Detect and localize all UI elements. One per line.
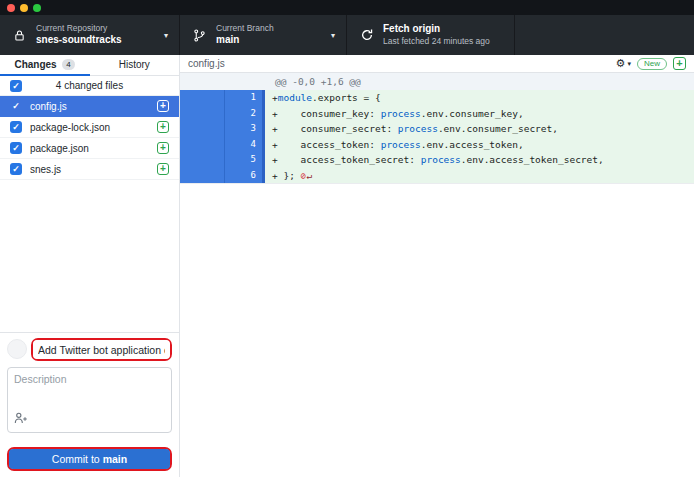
gear-icon: ⚙	[616, 58, 626, 69]
diff-gutter-new[interactable]: 4	[225, 137, 265, 153]
commit-to-main-button[interactable]: Commit to main	[9, 449, 170, 469]
diff-gutter-old[interactable]	[180, 121, 225, 137]
diff-code-text: + }; ⊘↵	[265, 168, 694, 184]
changes-count-badge: 4	[62, 59, 75, 70]
current-repository-value: snes-soundtracks	[36, 34, 122, 47]
sidebar-empty-space	[0, 180, 179, 332]
sidebar-tabs: Changes 4 History	[0, 55, 179, 76]
lock-icon	[12, 29, 27, 42]
diff-code-text: + consumer_secret: process.env.consumer_…	[265, 121, 694, 137]
content-area: Changes 4 History ✓ 4 changed files ✓con…	[0, 55, 694, 477]
file-checkbox[interactable]: ✓	[10, 121, 22, 133]
fetch-origin-sublabel: Last fetched 24 minutes ago	[383, 36, 490, 47]
commit-button-branch: main	[103, 453, 128, 465]
current-branch-label: Current Branch	[216, 23, 274, 34]
diff-line-1[interactable]: 1+module.exports = {	[180, 90, 694, 106]
close-window-button[interactable]	[7, 4, 15, 12]
file-row-snes.js[interactable]: ✓snes.js+	[0, 159, 179, 180]
file-row-package.json[interactable]: ✓package.json+	[0, 138, 179, 159]
file-name: package-lock.json	[30, 122, 149, 133]
file-list: ✓config.js+✓package-lock.json+✓package.j…	[0, 96, 179, 180]
diff-line-6[interactable]: 6+ }; ⊘↵	[180, 168, 694, 184]
new-file-badge: New	[637, 58, 667, 70]
tab-changes-label: Changes	[14, 59, 56, 70]
minimize-window-button[interactable]	[20, 4, 28, 12]
avatar	[7, 339, 27, 359]
select-all-row: ✓ 4 changed files	[0, 76, 179, 96]
tab-history-label: History	[119, 59, 150, 70]
file-name: config.js	[30, 101, 149, 112]
diff-gutter-old[interactable]	[180, 106, 225, 122]
diff-line-2[interactable]: 2+ consumer_key: process.env.consumer_ke…	[180, 106, 694, 122]
file-row-package-lock.json[interactable]: ✓package-lock.json+	[0, 117, 179, 138]
commit-description-input[interactable]	[8, 368, 171, 412]
commit-description-box	[7, 367, 172, 433]
diff-gutter-old[interactable]	[180, 137, 225, 153]
file-name: package.json	[30, 143, 149, 154]
fetch-origin-button[interactable]: Fetch origin Last fetched 24 minutes ago	[347, 15, 515, 55]
added-status-icon: +	[157, 163, 169, 175]
diff-line-4[interactable]: 4+ access_token: process.env.access_toke…	[180, 137, 694, 153]
diff-code-text: + access_token: process.env.access_token…	[265, 137, 694, 153]
diff-gutter-new[interactable]: 6	[225, 168, 265, 184]
tab-changes[interactable]: Changes 4	[0, 55, 90, 76]
toolbar-empty-space	[515, 15, 694, 55]
tab-history[interactable]: History	[90, 55, 180, 76]
chevron-down-icon: ▾	[627, 60, 631, 68]
file-checkbox[interactable]: ✓	[10, 163, 22, 175]
diff-code-text: + access_token_secret: process.env.acces…	[265, 152, 694, 168]
changed-files-count: 4 changed files	[0, 80, 179, 91]
diff-file-header: config.js ⚙ ▾ New +	[180, 55, 694, 73]
added-status-icon: +	[157, 100, 169, 112]
zoom-window-button[interactable]	[33, 4, 41, 12]
diff-gutter-new[interactable]: 2	[225, 106, 265, 122]
titlebar	[0, 0, 694, 15]
current-repository-label: Current Repository	[36, 23, 122, 34]
diff-gutter-old[interactable]	[180, 152, 225, 168]
diff-panel: config.js ⚙ ▾ New + @@ -0,0 +1,6 @@ 1+mo…	[180, 55, 694, 477]
diff-code-text: +module.exports = {	[265, 90, 694, 106]
commit-button-prefix: Commit to	[52, 453, 103, 465]
file-checkbox[interactable]: ✓	[10, 100, 22, 112]
diff-code-text: + consumer_key: process.env.consumer_key…	[265, 106, 694, 122]
added-status-icon: +	[157, 121, 169, 133]
added-file-icon: +	[673, 57, 686, 70]
current-branch-dropdown[interactable]: Current Branch main ▾	[180, 15, 347, 55]
commit-form: Commit to main	[0, 332, 179, 477]
diff-line-5[interactable]: 5+ access_token_secret: process.env.acce…	[180, 152, 694, 168]
commit-summary-row	[7, 338, 172, 362]
add-coauthor-icon[interactable]	[14, 410, 28, 428]
commit-summary-input[interactable]	[33, 340, 170, 359]
chevron-down-icon: ▾	[331, 31, 335, 40]
annotation-box-commit-button: Commit to main	[7, 447, 172, 471]
fetch-origin-label: Fetch origin	[383, 23, 490, 36]
select-all-checkbox[interactable]: ✓	[10, 80, 22, 92]
added-status-icon: +	[157, 142, 169, 154]
git-branch-icon	[192, 29, 207, 42]
file-row-config.js[interactable]: ✓config.js+	[0, 96, 179, 117]
sync-icon	[359, 28, 374, 42]
toolbar: Current Repository snes-soundtracks ▾ Cu…	[0, 15, 694, 55]
annotation-box-summary	[31, 338, 172, 362]
diff-gutter-new[interactable]: 1	[225, 90, 265, 106]
current-branch-value: main	[216, 34, 274, 47]
app-window: Current Repository snes-soundtracks ▾ Cu…	[0, 0, 694, 477]
file-name: snes.js	[30, 164, 149, 175]
current-repository-dropdown[interactable]: Current Repository snes-soundtracks ▾	[0, 15, 180, 55]
chevron-down-icon: ▾	[164, 31, 168, 40]
diff-gutter-old[interactable]	[180, 90, 225, 106]
changes-sidebar: Changes 4 History ✓ 4 changed files ✓con…	[0, 55, 180, 477]
diff-lines: 1+module.exports = {2+ consumer_key: pro…	[180, 90, 694, 184]
diff-line-3[interactable]: 3+ consumer_secret: process.env.consumer…	[180, 121, 694, 137]
diff-hunk-header: @@ -0,0 +1,6 @@	[180, 73, 694, 90]
diff-options-button[interactable]: ⚙ ▾	[616, 58, 631, 69]
diff-gutter-old[interactable]	[180, 168, 225, 184]
diff-gutter-new[interactable]: 3	[225, 121, 265, 137]
file-checkbox[interactable]: ✓	[10, 142, 22, 154]
diff-gutter-new[interactable]: 5	[225, 152, 265, 168]
diff-filename: config.js	[188, 58, 225, 69]
